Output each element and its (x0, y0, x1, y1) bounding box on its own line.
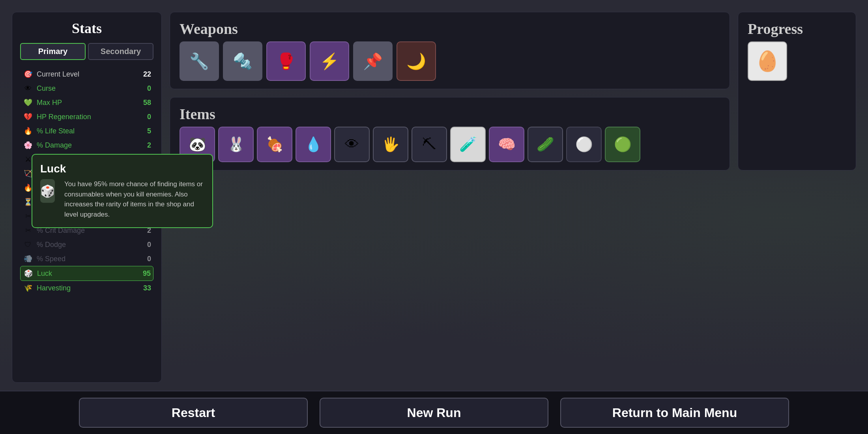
stat-value: 0 (139, 241, 151, 249)
tooltip-icon: 🎲 (40, 179, 55, 203)
weapon-slot[interactable]: 🔩 (223, 41, 262, 81)
items-section: Items 🐼🐰🍖💧👁🖐⛏🧪🧠🥒⚪🟢 (170, 97, 730, 170)
restart-button[interactable]: Restart (79, 398, 308, 428)
weapons-and-items: Weapons 🔧🔩🥊⚡📌🌙 Items 🐼🐰🍖💧👁🖐⛏🧪🧠🥒⚪🟢 (170, 12, 730, 170)
item-slot[interactable]: 🖐 (373, 127, 408, 162)
stat-icon: 🛡 (22, 239, 34, 250)
progress-title: Progress (748, 20, 846, 37)
tab-secondary[interactable]: Secondary (88, 43, 153, 60)
stat-value: 58 (139, 99, 151, 107)
stat-name: % Life Steal (37, 127, 136, 135)
item-slot[interactable]: ⛏ (412, 127, 447, 162)
stat-value: 0 (139, 84, 151, 93)
stat-name: Harvesting (37, 284, 136, 292)
stat-value: 95 (139, 269, 151, 278)
stat-icon: 🎲 (23, 268, 34, 279)
stats-title: Stats (20, 20, 153, 37)
stats-tabs: Primary Secondary (20, 43, 153, 60)
stat-value: 33 (139, 284, 151, 292)
stat-row: 💔HP Regeneration0 (20, 110, 153, 124)
stat-row: 👁Curse0 (20, 81, 153, 95)
stat-row: 🌾Harvesting33 (20, 281, 153, 295)
tab-primary[interactable]: Primary (20, 43, 86, 60)
weapon-slot[interactable]: ⚡ (310, 41, 349, 81)
weapons-grid: 🔧🔩🥊⚡📌🌙 (180, 41, 720, 81)
stat-row: 💨% Speed0 (20, 252, 153, 266)
stat-value: 2 (139, 141, 151, 150)
bottom-bar: Restart New Run Return to Main Menu (0, 391, 868, 434)
stat-icon: 👁 (22, 83, 34, 94)
top-right: Weapons 🔧🔩🥊⚡📌🌙 Items 🐼🐰🍖💧👁🖐⛏🧪🧠🥒⚪🟢 Progre… (170, 12, 856, 170)
item-slot[interactable]: 🧪 (450, 127, 486, 162)
stat-icon: 💚 (22, 97, 34, 108)
weapons-title: Weapons (180, 20, 720, 37)
stat-icon: ✂ (22, 225, 34, 236)
stat-name: % Speed (37, 255, 136, 263)
stat-name: % Dodge (37, 241, 136, 249)
stat-row: 🛡% Dodge0 (20, 238, 153, 252)
stat-name: HP Regeneration (37, 113, 136, 121)
stat-row: 🔥% Life Steal5 (20, 124, 153, 138)
stat-value: 0 (139, 113, 151, 121)
weapons-section: Weapons 🔧🔩🥊⚡📌🌙 (170, 12, 730, 89)
item-slot[interactable]: ⚪ (566, 127, 602, 162)
weapon-slot[interactable]: 🔧 (180, 41, 219, 81)
stat-row: 🌸% Damage2 (20, 138, 153, 152)
stat-icon: 🌸 (22, 140, 34, 151)
weapon-slot[interactable]: 🌙 (397, 41, 436, 81)
stat-row: 🎯Current Level22 (20, 67, 153, 81)
stat-name: Current Level (37, 70, 136, 79)
weapon-slot[interactable]: 📌 (353, 41, 393, 81)
stat-icon: 💨 (22, 253, 34, 264)
new-run-button[interactable]: New Run (320, 398, 548, 428)
stat-name: Curse (37, 84, 136, 93)
right-content: Weapons 🔧🔩🥊⚡📌🌙 Items 🐼🐰🍖💧👁🖐⛏🧪🧠🥒⚪🟢 Progre… (170, 12, 856, 383)
item-slot[interactable]: 🐰 (218, 127, 254, 162)
stat-icon: 🎯 (22, 69, 34, 80)
progress-section: Progress 🥚 (738, 12, 856, 170)
stat-row: 💚Max HP58 (20, 95, 153, 110)
stat-icon: 💔 (22, 111, 34, 122)
luck-tooltip: Luck 🎲 You have 95% more chance of findi… (32, 154, 213, 228)
item-slot[interactable]: 👁 (334, 127, 370, 162)
stat-name: Luck (37, 269, 136, 278)
tooltip-title: Luck (40, 163, 204, 175)
stat-value: 5 (139, 127, 151, 135)
weapon-slot[interactable]: 🥊 (266, 41, 306, 81)
stat-value: 22 (139, 70, 151, 79)
item-slot[interactable]: 💧 (296, 127, 331, 162)
items-grid: 🐼🐰🍖💧👁🖐⛏🧪🧠🥒⚪🟢 (180, 127, 720, 162)
stat-icon: 🔥 (22, 125, 34, 137)
stat-icon: 🌾 (22, 282, 34, 294)
tooltip-text: You have 95% more chance of finding item… (64, 179, 204, 219)
progress-icon: 🥚 (748, 41, 787, 81)
item-slot[interactable]: 🟢 (605, 127, 640, 162)
item-slot[interactable]: 🍖 (257, 127, 292, 162)
stat-name: Max HP (37, 99, 136, 107)
items-title: Items (180, 105, 720, 123)
stat-row: 🎲Luck95 (20, 266, 153, 281)
item-slot[interactable]: 🧠 (489, 127, 524, 162)
item-slot[interactable]: 🥒 (528, 127, 563, 162)
stat-value: 0 (139, 255, 151, 263)
stat-name: % Damage (37, 141, 136, 150)
main-menu-button[interactable]: Return to Main Menu (560, 398, 789, 428)
